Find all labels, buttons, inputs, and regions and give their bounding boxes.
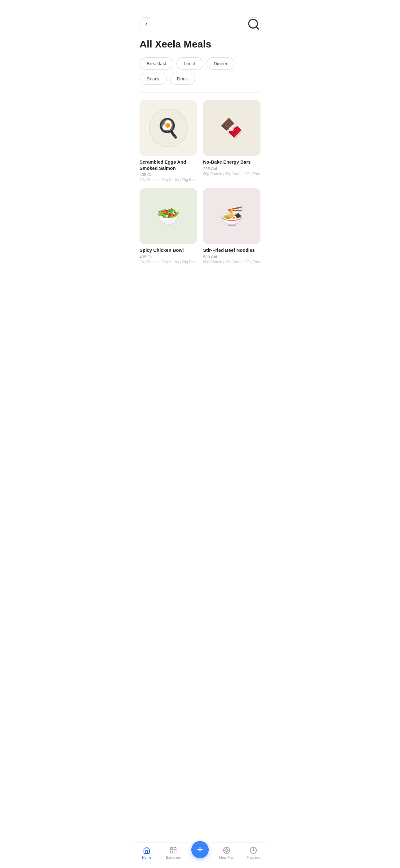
- filter-snack[interactable]: Snack: [139, 73, 167, 85]
- nav-label-exercises: Exercises: [166, 856, 181, 859]
- progress-icon: [249, 846, 257, 854]
- section-divider: [139, 92, 261, 93]
- filter-lunch[interactable]: Lunch: [176, 57, 203, 69]
- nav-label-home: Home: [142, 856, 151, 859]
- plus-icon: [196, 846, 204, 854]
- home-icon: [143, 846, 151, 854]
- meal-card[interactable]: No-Bake Energy Bars 235 Cal 80g Protein …: [203, 100, 261, 182]
- meal-card[interactable]: Scrambled Eggs And Smoked Salmon 435 Cal…: [139, 100, 197, 182]
- nav-label-meal-plan: Meal Plan: [219, 856, 234, 859]
- meal-plan-icon: [223, 846, 231, 854]
- meal-calories: 235 Cal: [203, 166, 261, 171]
- bottom-nav: Home Exercises Mea: [133, 842, 267, 868]
- back-button[interactable]: [139, 18, 153, 31]
- nav-item-home[interactable]: Home: [137, 846, 156, 859]
- filter-breakfast[interactable]: Breakfast: [139, 57, 173, 69]
- svg-line-1: [256, 27, 259, 29]
- meal-card[interactable]: Spicy Chicken Bowl 435 Cal 80g Protein |…: [139, 188, 197, 264]
- svg-rect-5: [174, 851, 176, 853]
- meal-name: Scrambled Eggs And Smoked Salmon: [139, 159, 197, 171]
- back-icon: [143, 22, 149, 27]
- meal-image-energy-bars: [203, 100, 261, 156]
- filter-dinner[interactable]: Dinner: [206, 57, 234, 69]
- meal-macros: 80g Protein | 39g Carbs | 20g Fats: [139, 260, 197, 264]
- meal-macros: 80g Protein | 39g Carbs | 20g Fats: [139, 178, 197, 182]
- header: [133, 14, 267, 36]
- filter-chips: Breakfast Lunch Dinner Snack Drink: [133, 57, 267, 85]
- exercises-icon: [169, 846, 177, 854]
- nav-item-meal-plan[interactable]: Meal Plan: [218, 846, 236, 859]
- meal-name: No-Bake Energy Bars: [203, 159, 261, 165]
- meal-image-scrambled-eggs: [139, 100, 197, 156]
- meals-grid: Scrambled Eggs And Smoked Salmon 435 Cal…: [133, 100, 267, 264]
- nav-item-add[interactable]: [191, 847, 209, 858]
- meal-macros: 80g Protein | 39g Carbs | 20g Fats: [203, 172, 261, 176]
- meal-calories: 588 Cal: [203, 254, 261, 259]
- meal-calories: 435 Cal: [139, 172, 197, 177]
- status-bar: [133, 0, 267, 14]
- meal-name: Stir-Fried Beef Noodles: [203, 247, 261, 253]
- nav-label-progress: Progress: [246, 856, 260, 859]
- nav-item-exercises[interactable]: Exercises: [164, 846, 182, 859]
- meal-card[interactable]: Stir-Fried Beef Noodles 588 Cal 80g Prot…: [203, 188, 261, 264]
- svg-rect-4: [171, 851, 173, 853]
- add-button[interactable]: [191, 841, 209, 858]
- svg-rect-3: [174, 847, 176, 850]
- search-button[interactable]: [247, 18, 261, 31]
- meal-macros: 80g Protein | 39g Carbs | 20g Fats: [203, 260, 261, 264]
- svg-rect-2: [171, 847, 173, 850]
- page-title: All Xeela Meals: [133, 36, 267, 57]
- meal-image-beef-noodles: [203, 188, 261, 244]
- meal-calories: 435 Cal: [139, 254, 197, 259]
- nav-item-progress[interactable]: Progress: [244, 846, 263, 859]
- meal-name: Spicy Chicken Bowl: [139, 247, 197, 253]
- filter-drink[interactable]: Drink: [170, 73, 195, 85]
- search-icon: [247, 18, 260, 31]
- meal-image-chicken-bowl: [139, 188, 197, 244]
